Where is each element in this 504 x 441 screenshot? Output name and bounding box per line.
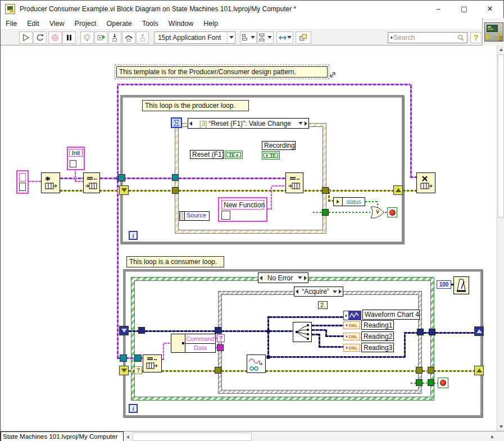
maximize-button[interactable]: ▢ (451, 1, 477, 17)
menu-edit[interactable]: Edit (22, 18, 44, 29)
retain-wire-values-button[interactable] (94, 31, 108, 44)
split-signals-node[interactable] (293, 322, 312, 342)
step-out-button[interactable] (136, 31, 149, 44)
event-queue-tunnel-left[interactable] (172, 174, 179, 181)
acquire-dropdown-icon[interactable] (333, 290, 337, 293)
acquire-case-selector[interactable]: “Acquire” (294, 287, 343, 297)
navy-tunnel-inner-left[interactable] (215, 327, 221, 334)
recording-terminal[interactable]: TF (262, 151, 280, 160)
event-timeout-terminal[interactable] (171, 117, 182, 128)
consumer-queue-tunnel-loop[interactable] (120, 354, 127, 362)
consumer-data-sr-left[interactable] (119, 326, 129, 335)
template-comment-label[interactable]: This template is for the Producer/Consum… (116, 66, 328, 78)
event-case-selector[interactable]: [3]“Reset (F1)”: Value Change (188, 118, 309, 129)
consumer-comment-label[interactable]: This loop is a consumer loop. (126, 256, 224, 267)
search-scope-icon[interactable] (391, 36, 393, 39)
reading2-terminal[interactable]: DBL (343, 333, 360, 340)
waveform-chart-terminal[interactable] (343, 311, 361, 320)
enqueue-element-node-event[interactable] (285, 172, 303, 193)
producer-queue-tunnel[interactable] (118, 174, 125, 181)
wait-ms-node[interactable] (453, 276, 469, 294)
distribute-objects-button[interactable] (257, 31, 274, 44)
new-function-string[interactable] (221, 211, 230, 220)
new-function-enum[interactable]: New Function (221, 200, 264, 210)
error-tunnel-inner-right[interactable] (416, 367, 423, 374)
consumer-iteration-terminal[interactable]: i (129, 404, 138, 413)
bool-tunnel-inner-right[interactable] (416, 379, 423, 386)
source-string-terminal[interactable]: Source (179, 211, 210, 221)
step-into-button[interactable] (108, 31, 122, 44)
data-tunnel-inner-left[interactable] (217, 344, 224, 351)
menu-help[interactable]: Help (198, 18, 223, 29)
consumer-queue-tunnel-case[interactable] (134, 354, 142, 362)
reading1-terminal[interactable]: DBL (343, 321, 360, 329)
no-error-case-selector[interactable]: No Error (258, 272, 308, 283)
highlight-execution-button[interactable] (80, 31, 94, 44)
vertical-scroll-thumb[interactable] (498, 54, 504, 217)
wait-ms-constant[interactable]: 100 (437, 280, 451, 289)
align-objects-button[interactable] (240, 31, 256, 44)
or-gate-node[interactable]: ∨ (370, 206, 385, 219)
event-next-case-icon[interactable] (305, 121, 307, 126)
horizontal-scroll-thumb[interactable] (133, 433, 252, 441)
error-tunnel-inner-left[interactable] (215, 367, 221, 374)
reset-f1-terminal[interactable]: TF (225, 151, 243, 159)
acquire-case-selector-terminal[interactable]: ? (217, 334, 225, 342)
scroll-right-button[interactable] (488, 433, 497, 441)
context-help-button[interactable]: ? (470, 32, 482, 43)
run-button[interactable] (19, 31, 33, 44)
menu-operate[interactable]: Operate (101, 18, 137, 29)
producer-error-sr-left[interactable] (119, 185, 129, 195)
acquire-next-icon[interactable] (339, 289, 342, 294)
acquire-subvi-node[interactable] (247, 354, 266, 373)
font-selector[interactable]: 15pt Application Font (154, 31, 235, 44)
event-error-tunnel-left[interactable] (172, 187, 179, 194)
step-over-button[interactable] (122, 31, 135, 44)
error-tunnel-green-right[interactable] (428, 367, 434, 374)
pause-button[interactable] (62, 31, 76, 44)
new-function-cluster-constant[interactable]: New Function (218, 197, 267, 222)
obtain-queue-node[interactable] (41, 172, 60, 193)
consumer-stop-terminal[interactable] (438, 378, 448, 388)
producer-error-sr-right[interactable] (393, 185, 403, 195)
reading3-terminal[interactable]: DBL (343, 344, 360, 352)
block-diagram-canvas[interactable]: This template is for the Producer/Consum… (1, 46, 497, 431)
producer-iteration-terminal[interactable]: i (129, 231, 138, 240)
no-error-dropdown-icon[interactable] (298, 276, 302, 279)
navy-tunnel-inner-right[interactable] (417, 329, 424, 335)
resize-objects-button[interactable] (276, 31, 293, 44)
scroll-down-button[interactable] (497, 422, 504, 431)
event-case-dropdown-icon[interactable] (298, 122, 303, 125)
scroll-up-button[interactable] (497, 46, 504, 54)
run-continuous-button[interactable] (33, 31, 47, 44)
producer-comment-label[interactable]: This loop is the producer loop. (142, 100, 249, 111)
consumer-error-sr-right[interactable] (474, 366, 484, 375)
unbundle-status-node[interactable]: status (333, 197, 365, 206)
release-queue-node[interactable] (416, 172, 435, 193)
event-error-tunnel-right[interactable] (322, 187, 329, 194)
reorder-objects-button[interactable] (296, 31, 311, 44)
menu-tools[interactable]: Tools (137, 18, 164, 29)
search-input[interactable] (393, 34, 457, 42)
dequeue-element-node[interactable] (143, 354, 162, 372)
event-bool-tunnel[interactable] (322, 209, 329, 216)
bool-tunnel-green-right[interactable] (428, 379, 434, 386)
consumer-error-sr-left[interactable] (119, 366, 129, 375)
abort-button[interactable] (48, 31, 62, 44)
close-button[interactable]: ✕ (477, 1, 503, 17)
unbundle-command-data-node[interactable]: Command Data (171, 334, 216, 353)
case-note-label[interactable]: 2. (318, 301, 328, 309)
init-cluster-constant[interactable]: Init (67, 147, 85, 170)
menu-project[interactable]: Project (70, 18, 102, 29)
consumer-data-sr-right[interactable] (474, 326, 484, 336)
menu-view[interactable]: View (44, 18, 70, 29)
minimize-button[interactable]: – (425, 1, 451, 17)
scroll-left-button[interactable] (124, 433, 132, 441)
navy-tunnel-green-left[interactable] (138, 327, 145, 334)
execution-target-button[interactable]: State Machines 101.lvproj/My Computer (1, 431, 124, 441)
producer-stop-terminal[interactable] (387, 207, 397, 217)
navy-tunnel-green-right[interactable] (429, 329, 435, 335)
vi-icon[interactable]: 2 (484, 22, 503, 42)
no-error-case-selector-terminal[interactable]: ? (134, 366, 142, 374)
menu-file[interactable]: File (1, 18, 22, 29)
